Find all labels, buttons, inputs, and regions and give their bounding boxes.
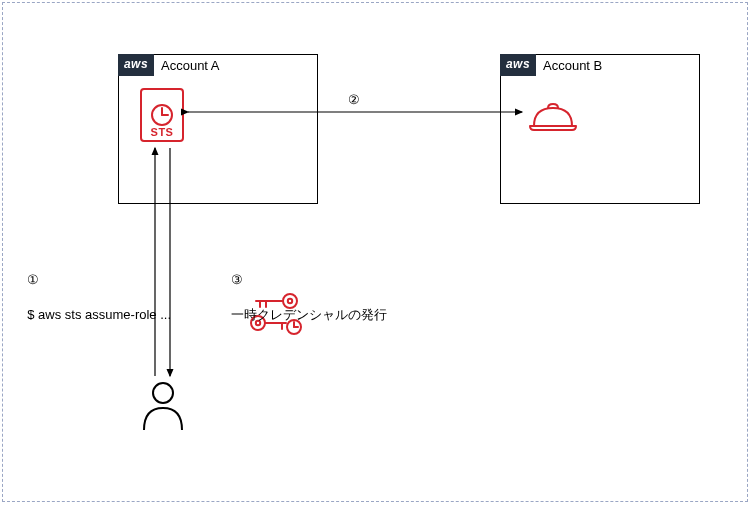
iam-role-icon [528,100,578,138]
sts-service-icon: STS [140,88,184,142]
step-3-text: 一時クレデンシャルの発行 [231,307,387,322]
step-3-num: ③ [231,272,243,287]
account-b-title: Account B [543,58,602,73]
clock-icon [149,102,175,128]
step-3-label: ③ 一時クレデンシャルの発行 [224,253,387,323]
step-1-num: ① [27,272,39,287]
aws-logo-text: aws [506,57,530,71]
account-a-title: Account A [161,58,220,73]
sts-label: STS [151,126,174,138]
aws-logo-a: aws [118,54,154,76]
user-icon [140,380,186,432]
aws-logo-text: aws [124,57,148,71]
step-1-label: ① $ aws sts assume-role ... [20,253,171,323]
step-1-text: $ aws sts assume-role ... [27,307,171,322]
step-2-num: ② [348,92,360,107]
svg-point-4 [153,383,173,403]
aws-logo-b: aws [500,54,536,76]
